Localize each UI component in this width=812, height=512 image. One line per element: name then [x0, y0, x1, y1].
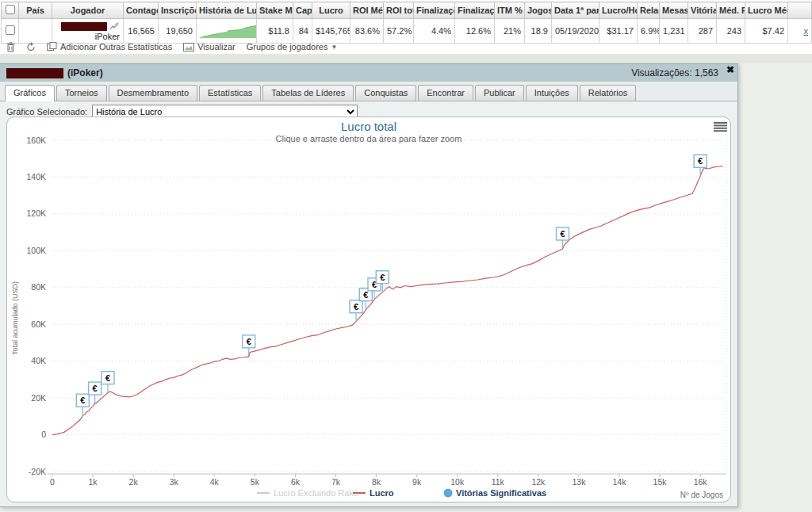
refresh-button[interactable]: [26, 42, 36, 52]
win-marker-symbol: €: [380, 273, 385, 282]
col-roi-med[interactable]: ROI Méd: [350, 2, 384, 19]
chevron-down-icon: ▼: [331, 44, 337, 51]
panel-site-label: (iPoker): [67, 67, 103, 78]
col-jogos[interactable]: Jogos: [525, 2, 552, 19]
chart-menu-icon[interactable]: [714, 128, 727, 129]
relac-cell: 6.9%: [638, 19, 660, 44]
legend-lucro[interactable]: Lucro: [370, 488, 394, 498]
col-lucro-med[interactable]: Lucro Méd: [745, 2, 788, 19]
col-lucro[interactable]: Lucro: [312, 2, 350, 19]
x-tick-label: 3k: [170, 477, 179, 487]
win-marker-symbol: €: [80, 395, 85, 405]
col-vitoria[interactable]: Vitória: [688, 2, 717, 19]
tab-desmembramento[interactable]: Desmembramento: [109, 85, 197, 101]
x-tick-label: 0: [50, 477, 55, 487]
y-tick-label: 60K: [31, 319, 46, 329]
win-marker-symbol: €: [560, 229, 565, 239]
col-relac[interactable]: Relaç: [638, 2, 660, 19]
data-primeira-cell: 05/19/2020 0: [552, 19, 599, 44]
roi-med-cell: 83.6%: [350, 19, 384, 44]
row-checkbox[interactable]: [6, 25, 15, 35]
profit-sparkline[interactable]: [200, 22, 257, 40]
tab-estatisticas[interactable]: Estatísticas: [199, 85, 261, 101]
player-panel: (iPoker) Visualizações: 1,563 ✖ Gráficos…: [0, 63, 738, 507]
trash-icon: [6, 42, 15, 52]
player-groups-label: Grupos de jogadores: [247, 42, 328, 52]
panel-title: (iPoker): [6, 67, 103, 78]
col-cap[interactable]: Cap: [293, 2, 312, 19]
win-marker-symbol: €: [354, 302, 358, 311]
panel-tabs: Gráficos Torneios Desmembramento Estatís…: [0, 82, 737, 101]
col-lucro-hora[interactable]: Lucro/Ho: [599, 2, 638, 19]
roi-tot-cell: 57.2%: [384, 19, 414, 44]
chart-menu-icon[interactable]: [714, 122, 727, 124]
col-roi-tot[interactable]: ROI tot.: [384, 2, 414, 19]
col-stake-med[interactable]: Stake Méd: [257, 2, 293, 19]
col-jogador[interactable]: Jogador: [52, 2, 124, 19]
x-axis-title: Nº de Jogos: [680, 491, 723, 499]
y-tick-label: 0: [41, 430, 46, 439]
col-finalizacoes-2[interactable]: Finalizaçõ: [455, 2, 495, 19]
y-tick-label: 120K: [26, 208, 46, 218]
chart-subtitle: Clique e arraste dentro da área para faz…: [276, 134, 462, 143]
x-tick-label: 8k: [372, 477, 381, 487]
visualize-button[interactable]: Visualizar: [183, 42, 236, 52]
delete-button[interactable]: [6, 42, 15, 52]
lucro-med-cell: $7.42: [745, 19, 788, 44]
tab-intuicoes[interactable]: Intuições: [526, 85, 578, 101]
player-groups-dropdown[interactable]: Grupos de jogadores ▼: [247, 42, 338, 52]
x-tick-label: 16k: [694, 477, 708, 487]
col-inscricoes[interactable]: Inscrições: [159, 2, 197, 19]
x-tick-label: 6k: [291, 477, 301, 487]
tab-encontrar[interactable]: Encontrar: [418, 85, 473, 101]
tab-graficos[interactable]: Gráficos: [5, 85, 55, 101]
win-marker-symbol: €: [105, 373, 110, 383]
x-tick-label: 13k: [572, 477, 586, 487]
refresh-icon: [26, 42, 36, 52]
tab-tabelas-lideres[interactable]: Tabelas de Líderes: [262, 85, 354, 101]
x-tick-label: 2k: [129, 477, 139, 487]
remove-row-link[interactable]: x: [804, 26, 809, 36]
col-data-primeira[interactable]: Data 1ª parti: [552, 2, 599, 19]
views-count: Visualizações: 1,563: [631, 67, 718, 78]
tab-publicar[interactable]: Publicar: [475, 85, 524, 101]
results-area: País Jogador Contagem Inscrições Históri…: [0, 0, 812, 54]
background-strip: [0, 54, 812, 63]
win-marker-symbol: €: [93, 384, 98, 393]
col-med-part[interactable]: Méd. Parl: [717, 2, 745, 19]
y-tick-label: 100K: [26, 246, 46, 255]
finalizacoes-cell: 4.4%: [414, 19, 455, 44]
col-itm[interactable]: ITM %: [495, 2, 525, 19]
col-mesas[interactable]: Mesas F: [660, 2, 688, 19]
remove-cell[interactable]: x: [788, 19, 812, 44]
panel-header: (iPoker) Visualizações: 1,563: [0, 64, 737, 82]
select-all-checkbox[interactable]: [6, 5, 15, 14]
win-marker-symbol: €: [247, 337, 251, 346]
chart-container[interactable]: -20K020K40K60K80K100K120K140K160K01k2k3k…: [6, 117, 731, 502]
x-tick-label: 9k: [412, 477, 422, 487]
col-pais[interactable]: País: [19, 2, 52, 19]
panel-player-name-redacted: [6, 68, 63, 78]
legend-swatch-vitorias: [444, 489, 453, 498]
col-finalizacoes[interactable]: Finalizações: [414, 2, 455, 19]
tab-torneios[interactable]: Torneios: [56, 85, 107, 101]
col-historia-lucro[interactable]: História de Lucro: [197, 2, 257, 19]
add-stats-label: Adicionar Outras Estatísticas: [60, 42, 172, 52]
profit-chart-svg[interactable]: -20K020K40K60K80K100K120K140K160K01k2k3k…: [7, 117, 730, 502]
tab-relatorios[interactable]: Relatórios: [580, 85, 637, 101]
x-tick-label: 4k: [210, 477, 220, 487]
close-icon[interactable]: ✖: [726, 64, 734, 75]
tab-conquistas[interactable]: Conquistas: [355, 85, 416, 101]
x-tick-label: 15k: [653, 477, 668, 487]
table-toolbar: Adicionar Outras Estatísticas Visualizar…: [0, 40, 337, 54]
chart-menu-icon[interactable]: [714, 130, 727, 132]
chart-menu-icon[interactable]: [714, 124, 727, 126]
legend-lucro-excluindo-rake[interactable]: Lucro Excluindo Rake: [274, 488, 358, 498]
col-remove: [788, 2, 812, 19]
select-all-header[interactable]: [2, 2, 19, 19]
add-stats-button[interactable]: Adicionar Outras Estatísticas: [47, 42, 172, 52]
y-tick-label: 140K: [26, 172, 46, 181]
legend-vitorias-significativas[interactable]: Vitórias Significativas: [456, 488, 546, 498]
col-contagem[interactable]: Contagem: [124, 2, 159, 19]
x-tick-label: 1k: [89, 477, 98, 487]
